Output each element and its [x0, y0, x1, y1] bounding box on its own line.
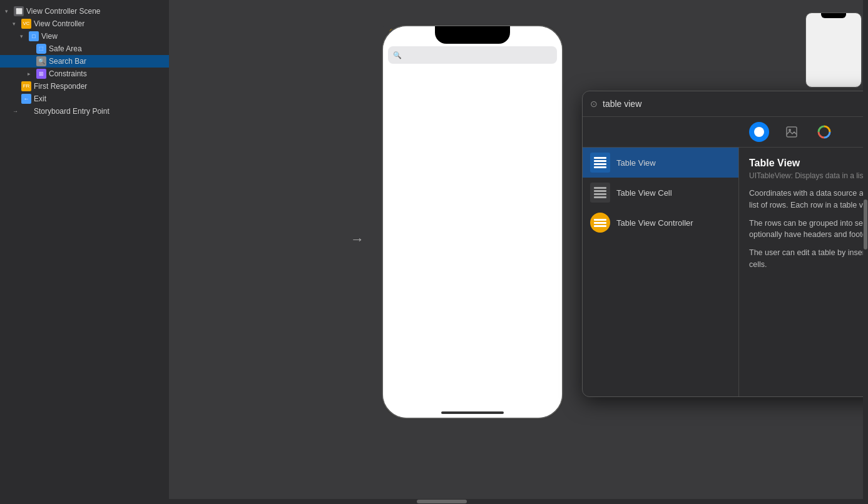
library-list-item-tableviewcell[interactable]: Table View Cell: [583, 178, 738, 208]
bottom-scrollbar: [0, 499, 868, 504]
sidebar-item-label: Exit: [34, 94, 46, 103]
sidebar-item-label: View: [41, 32, 58, 41]
library-description: Table View UITableView: Displays data in…: [739, 148, 868, 396]
sidebar-item-label: First Responder: [34, 82, 87, 91]
home-indicator: [441, 411, 504, 414]
sidebar-item-constraints[interactable]: ▸ ⊞ Constraints: [0, 68, 169, 80]
sidebar-item-label: View Controller Scene: [26, 7, 101, 16]
firstresponder-icon: FR: [21, 81, 31, 91]
constraints-icon: ⊞: [36, 69, 46, 79]
sidebar-item-safe-area[interactable]: ⬚ Safe Area: [0, 43, 169, 55]
library-list-item-tableviewcontroller[interactable]: Table View Controller: [583, 208, 738, 238]
library-popup: ⊙ ✕ ⊞ ▤: [582, 91, 868, 397]
library-desc-para-3: The user can edit a table by inserting, …: [749, 247, 868, 271]
sidebar-item-view-controller[interactable]: ▾ VC View Controller: [0, 18, 169, 30]
iphone-notch: [435, 26, 510, 44]
scene-icon: ⬜: [14, 6, 24, 16]
library-tab-objects[interactable]: [749, 122, 769, 142]
library-header: ⊙ ✕ ⊞ ▤: [583, 91, 868, 117]
sidebar-item-view-controller-scene[interactable]: ▾ ⬜ View Controller Scene: [0, 5, 169, 18]
exit-icon: ←: [21, 94, 31, 104]
sidebar-item-label: Constraints: [49, 69, 87, 78]
tableviewcontroller-label: Table View Controller: [616, 218, 693, 228]
sidebar-item-label: View Controller: [34, 19, 84, 28]
iphone-mockup: 🔍: [382, 25, 563, 431]
library-desc-subtitle: UITableView: Displays data in a list: [749, 171, 868, 180]
library-tab-images[interactable]: [782, 122, 802, 142]
iphone-content: 🔍: [383, 26, 562, 418]
sidebar-item-first-responder[interactable]: FR First Responder: [0, 80, 169, 93]
main-layout: ▾ ⬜ View Controller Scene ▾ VC View Cont…: [0, 0, 868, 499]
mini-notch: [821, 13, 846, 18]
library-search-icon: ⊙: [590, 99, 598, 109]
entry-point-arrow: →: [350, 231, 364, 248]
tableviewcell-icon: [590, 183, 610, 203]
scrollbar-track: [863, 0, 868, 499]
svg-rect-1: [787, 127, 797, 137]
search-icon-small: 🔍: [393, 51, 402, 59]
sidebar-item-label: Safe Area: [49, 44, 82, 53]
scrollbar-thumb[interactable]: [864, 199, 867, 249]
sidebar-item-search-bar[interactable]: 🔍 Search Bar: [0, 55, 169, 68]
library-list: Table View Table View Cell: [583, 148, 739, 396]
tree-arrow: ▾: [13, 21, 20, 27]
tableview-icon: [590, 153, 610, 173]
tableviewcell-label: Table View Cell: [616, 188, 672, 198]
bottom-scrollbar-thumb[interactable]: [417, 500, 467, 503]
sidebar-item-label: Storyboard Entry Point: [34, 107, 110, 116]
searchbar-icon: 🔍: [36, 56, 46, 66]
sidebar-item-exit[interactable]: ← Exit: [0, 93, 169, 105]
library-list-item-tableview[interactable]: Table View: [583, 148, 738, 178]
library-desc-body: Coordinates with a data source and deleg…: [749, 188, 868, 271]
vc-icon: VC: [21, 19, 31, 29]
iphone-search-bar: 🔍: [388, 46, 557, 64]
library-desc-para-1: Coordinates with a data source and deleg…: [749, 188, 868, 211]
canvas-area: → 🔍 ⊙ ✕: [169, 0, 868, 499]
svg-point-0: [754, 127, 764, 137]
tree-arrow: ▾: [5, 8, 13, 14]
sidebar-item-label: Search Bar: [49, 57, 86, 66]
tableviewcontroller-icon: [590, 213, 610, 233]
library-desc-para-2: The rows can be grouped into sections, a…: [749, 218, 868, 241]
library-tabs: [583, 117, 868, 148]
tree-arrow: ▸: [28, 71, 35, 77]
view-icon: □: [29, 31, 39, 41]
sidebar-item-storyboard-entry[interactable]: → Storyboard Entry Point: [0, 105, 169, 118]
safearea-icon: ⬚: [36, 44, 46, 54]
tree-arrow: ▾: [20, 33, 28, 39]
library-desc-title: Table View: [749, 158, 868, 169]
sidebar: ▾ ⬜ View Controller Scene ▾ VC View Cont…: [0, 0, 169, 499]
storyboard-icon: [21, 106, 31, 116]
library-search-input[interactable]: [603, 99, 868, 109]
mini-preview: [805, 13, 862, 88]
iphone-frame: 🔍: [382, 25, 563, 419]
sidebar-item-view[interactable]: ▾ □ View: [0, 30, 169, 43]
library-tab-colors[interactable]: [814, 122, 834, 142]
library-body: Table View Table View Cell: [583, 148, 868, 396]
tableview-label: Table View: [616, 158, 656, 168]
tree-arrow-arrow: →: [13, 108, 20, 114]
